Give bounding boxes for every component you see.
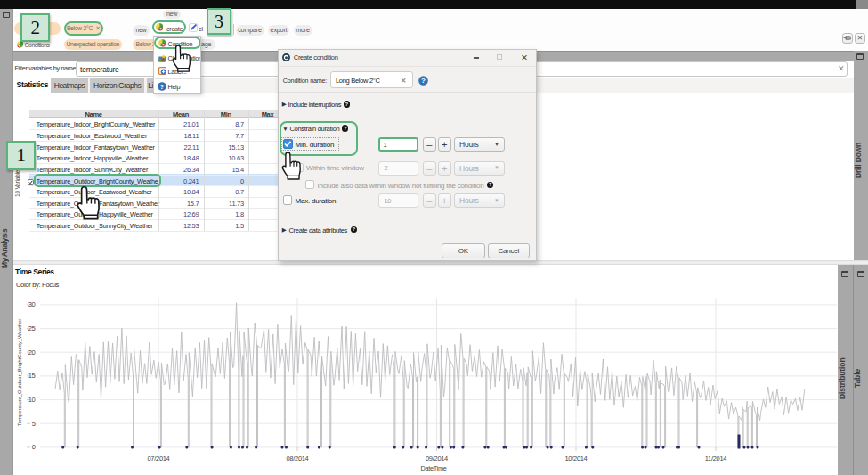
svg-text:0: 0 [32,443,36,451]
svg-text:?: ? [160,83,164,89]
svg-text:?: ? [421,77,426,85]
svg-text:30: 30 [28,300,36,308]
svg-text:20: 20 [28,348,36,356]
svg-text:5: 5 [32,419,36,427]
svg-text:08/2014: 08/2014 [286,454,308,462]
svg-text:DateTime: DateTime [421,463,447,471]
svg-text:15: 15 [28,372,36,380]
svg-text:25: 25 [28,324,36,332]
svg-text:09/2014: 09/2014 [426,454,448,462]
svg-text:Temperature_Outdoor_BrightCoun: Temperature_Outdoor_BrightCounty_Weather [17,318,22,426]
svg-text:10: 10 [28,396,36,404]
svg-text:11/2014: 11/2014 [705,454,727,462]
svg-text:07/2014: 07/2014 [147,454,169,462]
svg-text:10/2014: 10/2014 [564,454,587,462]
